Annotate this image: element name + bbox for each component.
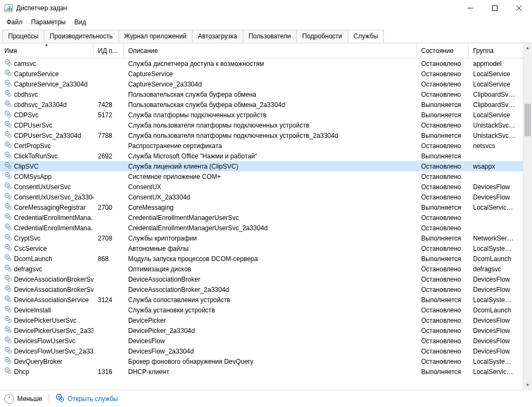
cell-state: Остановлено (417, 224, 469, 232)
svg-point-56 (9, 177, 10, 178)
scroll-thumb[interactable] (524, 104, 531, 136)
svg-point-36 (9, 125, 10, 126)
svg-point-108 (9, 310, 10, 311)
cell-state: Выполняется (417, 101, 469, 109)
cell-state: Остановлено (417, 348, 469, 355)
table-row[interactable]: DevQueryBrokerБрокер фонового обнаружени… (0, 356, 523, 366)
table-row[interactable]: DeviceAssociationService3124Служба сопос… (0, 295, 523, 305)
svg-point-92 (9, 269, 10, 270)
table-row[interactable]: DcomLaunch868Модуль запуска процессов DC… (0, 253, 523, 264)
maximize-button[interactable] (482, 0, 507, 16)
table-row[interactable]: cbdhsvcПользовательская служба буфера об… (0, 89, 523, 99)
cell-desc: ConsentUX_2a3304d (124, 194, 417, 201)
table-row[interactable]: cbdhsvc_2a3304d7428Пользовательская служ… (0, 99, 523, 110)
close-button[interactable] (507, 0, 531, 16)
table-row[interactable]: ClickToRunSvc2692Служба Microsoft Office… (0, 151, 523, 161)
col-group[interactable]: Группа (469, 43, 520, 58)
table-row[interactable]: CryptSvc2708Службы криптографииВыполняет… (0, 233, 523, 243)
table-row[interactable]: ConsentUxUserSvc_2a3304dConsentUX_2a3304… (0, 192, 523, 202)
cell-name: CaptureService (0, 69, 94, 78)
minimize-button[interactable] (458, 0, 482, 16)
cell-desc: Служба лицензий клиента (ClipSVC) (124, 163, 417, 170)
cell-state: Остановлено (417, 286, 469, 293)
svg-point-62 (6, 195, 8, 196)
table-row[interactable]: DeviceAssociationBrokerSv...DeviceAssoci… (0, 284, 523, 295)
table-row[interactable]: DevicePickerUserSvc_2a330...DevicePicker… (0, 325, 523, 336)
service-gear-icon (4, 326, 12, 335)
table-row[interactable]: camsvcСлужба диспетчера доступа к возмож… (0, 58, 523, 69)
table-row[interactable]: CDPSvc5172Служба платформы подключенных … (0, 110, 523, 120)
scroll-track[interactable] (523, 52, 532, 381)
table-row[interactable]: DevicePickerUserSvcDevicePickerОстановле… (0, 315, 523, 325)
table-row[interactable]: ClipSVCСлужба лицензий клиента (ClipSVC)… (0, 161, 523, 171)
col-desc[interactable]: Описание (124, 43, 417, 58)
tab-3[interactable]: Автозагрузка (192, 30, 243, 42)
table-row[interactable]: DevicesFlowUserSvc_2a3304dDevicesFlow_2a… (0, 346, 523, 356)
col-name[interactable]: ▲ Имя (0, 43, 94, 58)
table-row[interactable]: COMSysAppСистемное приложение COM+Остано… (0, 171, 523, 182)
fewer-details-button[interactable]: ˄ Меньше (4, 394, 42, 404)
service-gear-icon (4, 367, 12, 376)
col-state[interactable]: Состояние (417, 43, 469, 58)
table-row[interactable]: CoreMessagingRegistrar2700CoreMessagingВ… (0, 202, 523, 212)
scroll-up-arrow-icon[interactable]: ▲ (523, 43, 532, 52)
service-name-label: CDPUserSvc_2a3304d (14, 132, 81, 139)
cell-state: Остановлено (417, 358, 469, 365)
table-row[interactable]: Dhcp1316DHCP-клиентВыполняетсяLocalServi… (0, 366, 523, 377)
cell-group: DevicesFlow (469, 276, 520, 283)
table-row[interactable]: CredentialEnrollmentMana...CredentialEnr… (0, 223, 523, 233)
window-title: Диспетчер задач (16, 4, 458, 12)
cell-pid: 2700 (94, 204, 124, 211)
open-services-link[interactable]: Открыть службы (56, 393, 118, 404)
cell-desc: CaptureService (124, 70, 417, 78)
menu-view[interactable]: Вид (70, 17, 90, 27)
table-row[interactable]: defragsvcОптимизация дисковОстановленоde… (0, 264, 523, 274)
table-row[interactable]: CscServiceАвтономные файлыОстановленоLoc… (0, 243, 523, 253)
menu-options[interactable]: Параметры (27, 17, 70, 27)
table-row[interactable]: CertPropSvcРаспространение сертификатаОс… (0, 141, 523, 151)
tab-0[interactable]: Процессы (2, 30, 44, 42)
service-name-label: CryptSvc (14, 235, 41, 242)
col-pid[interactable]: ИД п... (94, 43, 124, 58)
tab-4[interactable]: Пользователи (243, 30, 297, 42)
table-row[interactable]: CaptureServiceCaptureServiceОстановленоL… (0, 69, 523, 79)
table-row[interactable]: ConsentUxUserSvcConsentUXОстановленоDevi… (0, 182, 523, 192)
tab-5[interactable]: Подробности (296, 30, 348, 42)
cell-desc: Служба сопоставления устройств (124, 296, 417, 304)
cell-desc: DeviceAssociationBroker (124, 276, 417, 283)
cell-name: DeviceInstall (0, 305, 94, 315)
tab-6[interactable]: Службы (348, 30, 384, 43)
cell-desc: Оптимизация дисков (124, 265, 417, 273)
service-gear-icon (4, 151, 12, 161)
table-row[interactable]: DeviceInstallСлужба установки устройствО… (0, 305, 523, 315)
tab-1[interactable]: Производительность (44, 30, 118, 42)
service-name-label: DcomLaunch (14, 255, 52, 263)
cell-desc: Служба платформы подключенных устройств (124, 111, 417, 119)
tab-2[interactable]: Журнал приложений (118, 30, 192, 42)
table-row[interactable]: CredentialEnrollmentMana...CredentialEnr… (0, 212, 523, 223)
svg-point-12 (9, 64, 10, 65)
service-gear-icon (4, 233, 12, 243)
menu-file[interactable]: Файл (2, 17, 27, 27)
svg-point-52 (9, 166, 10, 168)
svg-point-50 (6, 164, 8, 165)
table-row[interactable]: CDPUserSvc_2a3304d7788Служба пользовател… (0, 130, 523, 141)
table-row[interactable]: CDPUserSvcСлужба пользователя платформы … (0, 120, 523, 130)
cell-state: Остановлено (417, 276, 469, 283)
table-row[interactable]: CaptureService_2a3304dCaptureService_2a3… (0, 79, 523, 89)
table-row[interactable]: DevicesFlowUserSvcDevicesFlowОстановлено… (0, 336, 523, 346)
svg-point-48 (9, 156, 10, 157)
vertical-scrollbar[interactable]: ▲ ▼ (523, 43, 532, 390)
cell-group: LocalService (469, 81, 520, 88)
service-gear-icon (4, 90, 12, 99)
scroll-down-arrow-icon[interactable]: ▼ (523, 381, 532, 390)
service-gear-icon (4, 275, 12, 284)
cell-group: appmodel (469, 60, 520, 68)
cell-name: DeviceAssociationBrokerSv... (0, 285, 94, 294)
service-name-label: camsvc (14, 60, 36, 68)
table-row[interactable]: DeviceAssociationBrokerSvcDeviceAssociat… (0, 274, 523, 284)
svg-point-122 (6, 349, 8, 350)
cell-group: defragsvc (469, 265, 520, 273)
service-name-label: DeviceAssociationBrokerSv... (14, 286, 94, 293)
cell-desc: CoreMessaging (124, 204, 417, 211)
